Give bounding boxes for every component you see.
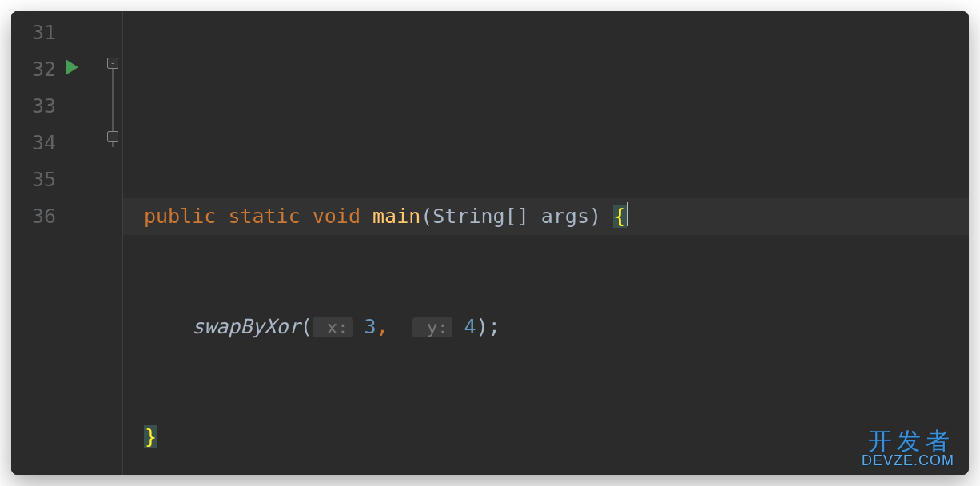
method-call: swapByXor	[192, 315, 300, 338]
keyword: void	[313, 205, 361, 228]
ide-window: 31 32 33 34 35 36 - - public static void…	[11, 11, 969, 475]
run-gutter-icon[interactable]	[66, 59, 78, 75]
keyword: public	[144, 205, 216, 228]
method-name: main	[372, 205, 420, 228]
code-line[interactable]	[123, 88, 969, 125]
number-literal: 3	[365, 315, 376, 338]
line-number: 31	[11, 14, 56, 51]
paren-close: );	[476, 315, 500, 338]
number-literal: 4	[464, 315, 476, 338]
fold-collapse-icon[interactable]: -	[107, 58, 118, 69]
line-number: 36	[11, 198, 56, 235]
brace-close: }	[144, 425, 157, 448]
line-number: 32	[11, 51, 56, 88]
line-number: 33	[11, 88, 56, 125]
comma: ,	[376, 315, 388, 338]
line-number: 35	[11, 161, 56, 198]
fold-gutter: - -	[106, 11, 123, 475]
param-hint: x:	[313, 317, 353, 337]
icon-gutter	[61, 11, 106, 475]
keyword: static	[228, 205, 300, 228]
line-number: 34	[11, 125, 56, 161]
signature: (String[] args)	[420, 205, 613, 228]
fold-collapse-icon[interactable]: -	[107, 131, 118, 142]
brace-open: {	[613, 205, 627, 228]
code-line[interactable]: swapByXor( x: 3, y: 4);	[123, 309, 969, 345]
line-number-gutter: 31 32 33 34 35 36	[11, 11, 61, 475]
code-line[interactable]: }	[123, 419, 969, 456]
caret-icon	[627, 202, 628, 226]
editor-area: 31 32 33 34 35 36 - - public static void…	[11, 11, 969, 475]
param-hint: y:	[412, 317, 452, 337]
paren: (	[301, 315, 313, 338]
code-area[interactable]: public static void main(String[] args) {…	[123, 11, 969, 475]
code-line[interactable]: public static void main(String[] args) {	[123, 198, 969, 235]
